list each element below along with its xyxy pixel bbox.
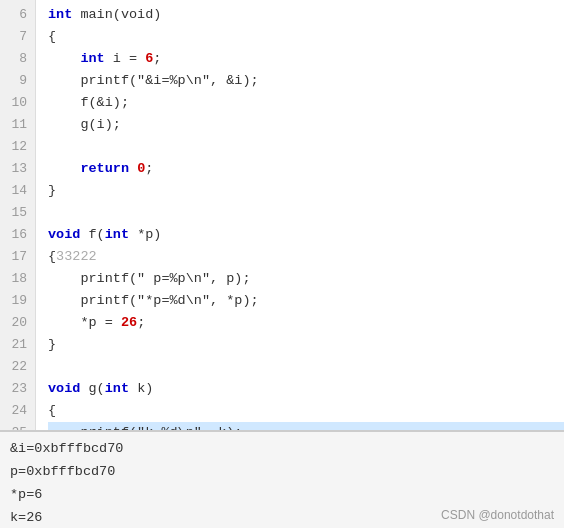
output-line: &i=0xbfffbcd70 bbox=[10, 438, 554, 461]
line-number: 14 bbox=[8, 180, 27, 202]
line-number: 12 bbox=[8, 136, 27, 158]
code-line bbox=[48, 356, 564, 378]
code-line: void g(int k) bbox=[48, 378, 564, 400]
line-number: 8 bbox=[8, 48, 27, 70]
output-line: p=0xbfffbcd70 bbox=[10, 461, 554, 484]
line-number: 25 bbox=[8, 422, 27, 430]
line-number: 20 bbox=[8, 312, 27, 334]
line-number: 10 bbox=[8, 92, 27, 114]
code-lines: int main(void){ int i = 6; printf("&i=%p… bbox=[36, 0, 564, 430]
code-line: f(&i); bbox=[48, 92, 564, 114]
code-line: printf(" p=%p\n", p); bbox=[48, 268, 564, 290]
output-area: &i=0xbfffbcd70 p=0xbfffbcd70*p=6k=26 CSD… bbox=[0, 430, 564, 528]
output-line: *p=6 bbox=[10, 484, 554, 507]
line-number: 22 bbox=[8, 356, 27, 378]
code-line: } bbox=[48, 180, 564, 202]
code-editor: 67891011121314151617181920212223242526 i… bbox=[0, 0, 564, 430]
line-number: 15 bbox=[8, 202, 27, 224]
line-number: 16 bbox=[8, 224, 27, 246]
line-number: 17 bbox=[8, 246, 27, 268]
code-line: int main(void) bbox=[48, 4, 564, 26]
code-line: return 0; bbox=[48, 158, 564, 180]
code-line: { bbox=[48, 26, 564, 48]
line-number: 7 bbox=[8, 26, 27, 48]
line-number: 9 bbox=[8, 70, 27, 92]
code-line: printf("&i=%p\n", &i); bbox=[48, 70, 564, 92]
line-number: 11 bbox=[8, 114, 27, 136]
code-line: printf("*p=%d\n", *p); bbox=[48, 290, 564, 312]
code-line: void f(int *p) bbox=[48, 224, 564, 246]
code-line: printf("k=%d\n", k); bbox=[48, 422, 564, 430]
line-number: 19 bbox=[8, 290, 27, 312]
line-number: 13 bbox=[8, 158, 27, 180]
line-number: 21 bbox=[8, 334, 27, 356]
code-line: int i = 6; bbox=[48, 48, 564, 70]
line-number: 18 bbox=[8, 268, 27, 290]
code-line: { bbox=[48, 400, 564, 422]
code-line: {33222 bbox=[48, 246, 564, 268]
line-number: 24 bbox=[8, 400, 27, 422]
line-numbers: 67891011121314151617181920212223242526 bbox=[0, 0, 36, 430]
watermark: CSDN @donotdothat bbox=[441, 508, 554, 522]
code-line bbox=[48, 136, 564, 158]
code-line: } bbox=[48, 334, 564, 356]
line-number: 23 bbox=[8, 378, 27, 400]
code-line: *p = 26; bbox=[48, 312, 564, 334]
code-line: g(i); bbox=[48, 114, 564, 136]
line-number: 6 bbox=[8, 4, 27, 26]
code-line bbox=[48, 202, 564, 224]
